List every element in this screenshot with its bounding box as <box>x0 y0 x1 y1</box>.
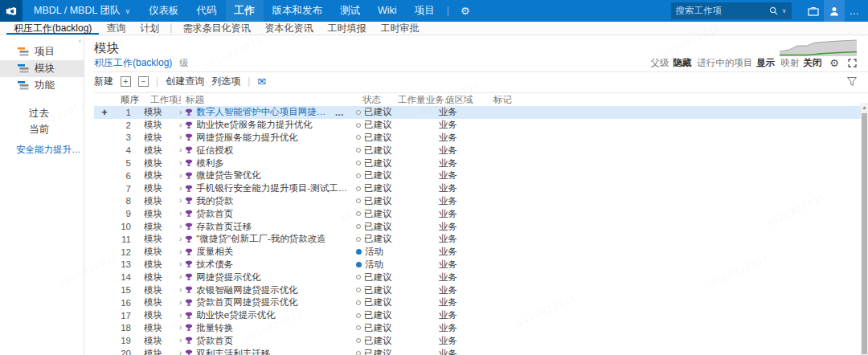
work-item-title-cell[interactable]: ›网捷贷服务能力提升优化 <box>174 132 350 144</box>
sidebar-level-项目[interactable]: 项目 <box>0 43 84 60</box>
work-item-title-link[interactable]: 数字人智能管护中心项目网捷贷服务端开发 <box>196 106 331 118</box>
work-item-title-cell[interactable]: ›数字人智能管护中心项目网捷贷服务端开发… <box>174 106 350 118</box>
sidebar-item-过去[interactable]: 过去 <box>0 105 84 121</box>
nav-item-工作[interactable]: 工作 <box>226 0 264 22</box>
scrollbar-thumb[interactable] <box>862 113 867 354</box>
work-item-title-link[interactable]: 双利丰活利丰迁移 <box>196 348 270 355</box>
row-expand-chevron-icon[interactable]: › <box>179 273 182 281</box>
table-row[interactable]: 13模块›技术债务活动业务 <box>94 259 868 271</box>
work-item-title-cell[interactable]: ›贷款首页网捷贷提示优化 <box>174 296 350 308</box>
row-expand-chevron-icon[interactable]: › <box>179 185 182 193</box>
table-row[interactable]: 3模块›网捷贷服务能力提升优化已建议业务 <box>94 132 868 145</box>
row-expand-chevron-icon[interactable]: › <box>179 108 182 116</box>
table-row[interactable]: +1模块›数字人智能管护中心项目网捷贷服务端开发…已建议业务 <box>94 106 868 119</box>
column-header-值区域[interactable]: 值区域 <box>443 94 488 106</box>
marketplace-briefcase-icon[interactable] <box>803 0 824 22</box>
column-header-标记[interactable]: 标记 <box>488 94 552 106</box>
table-row[interactable]: 18模块›批量转换已建议业务 <box>94 322 868 335</box>
work-item-title-cell[interactable]: ›技术债务 <box>174 259 350 271</box>
column-header-状态[interactable]: 状态 <box>356 94 398 106</box>
work-item-title-link[interactable]: 贷款首页 <box>196 208 233 220</box>
filter-icon[interactable] <box>847 77 857 86</box>
user-avatar[interactable] <box>824 0 845 22</box>
work-item-title-link[interactable]: 网捷贷提示优化 <box>196 271 261 284</box>
column-header-顺序[interactable]: 顺序 <box>115 94 139 106</box>
tab-工时审批[interactable]: 工时审批 <box>373 22 426 35</box>
table-row[interactable]: 5模块›模利多已建议业务 <box>94 157 868 169</box>
row-expand-chevron-icon[interactable]: › <box>179 337 182 345</box>
search-scope-chevron-icon[interactable]: ∨ <box>782 7 787 14</box>
search-input[interactable]: 搜索工作项 ∨ <box>671 2 792 19</box>
work-item-title-cell[interactable]: ›农银智融网捷贷提示优化 <box>174 284 350 296</box>
work-item-title-link[interactable]: 助业快e贷提示优化 <box>196 309 275 321</box>
expand-all-icon[interactable]: + <box>121 76 131 87</box>
tab-资本化资讯[interactable]: 资本化资讯 <box>257 22 320 35</box>
row-expand-chevron-icon[interactable]: › <box>179 121 182 129</box>
vertical-scrollbar[interactable]: ▲ <box>861 103 868 355</box>
fullscreen-icon[interactable] <box>848 59 857 67</box>
work-item-title-cell[interactable]: ›我的贷款 <box>174 195 350 207</box>
table-row[interactable]: 12模块›度量相关活动业务 <box>94 246 868 259</box>
work-item-title-link[interactable]: 农银智融网捷贷提示优化 <box>196 284 298 296</box>
work-item-title-link[interactable]: 助业快e贷服务能力提升优化 <box>196 119 312 131</box>
breadcrumb-backlog-link[interactable]: 积压工作(backlog) <box>94 56 172 70</box>
view-control-toggle[interactable]: 关闭 <box>803 57 821 69</box>
work-item-title-cell[interactable]: ›双利丰活利丰迁移 <box>174 348 350 355</box>
tab-积压工作(backlog)[interactable]: 积压工作(backlog) <box>6 22 99 35</box>
sidebar-iteration-link[interactable]: 安全能力提升项目迭代... <box>0 144 83 156</box>
row-expand-chevron-icon[interactable]: › <box>179 172 182 180</box>
row-expand-chevron-icon[interactable]: › <box>179 349 182 355</box>
table-row[interactable]: 4模块›征信授权已建议业务 <box>94 144 868 157</box>
row-context-menu-icon[interactable]: … <box>335 108 350 117</box>
work-item-title-link[interactable]: 度量相关 <box>196 246 233 258</box>
work-item-title-link[interactable]: 存款首页迁移 <box>196 221 252 233</box>
work-item-title-cell[interactable]: ›微捷贷告警优化 <box>174 169 350 182</box>
email-icon[interactable]: ✉ <box>257 75 266 88</box>
work-item-title-cell[interactable]: ›助业快e贷提示优化 <box>174 309 350 321</box>
work-item-title-link[interactable]: 批量转换 <box>196 322 233 334</box>
more-options-icon[interactable]: … <box>845 6 868 17</box>
work-item-title-link[interactable]: 网捷贷服务能力提升优化 <box>196 132 298 144</box>
row-expand-chevron-icon[interactable]: › <box>179 133 182 141</box>
work-item-title-link[interactable]: 贷款首页 <box>196 335 233 347</box>
work-item-title-link[interactable]: 模利多 <box>196 157 224 169</box>
table-row[interactable]: 7模块›手机银行安全能力提升项目-测试工作模块已建议业务 <box>94 182 868 195</box>
column-header-工作量[interactable]: 工作量 <box>398 94 422 106</box>
nav-item-版本和发布[interactable]: 版本和发布 <box>264 0 332 22</box>
sidebar-item-当前[interactable]: 当前 <box>0 121 84 137</box>
row-expand-chevron-icon[interactable]: › <box>179 299 182 307</box>
add-item-icon[interactable]: + <box>94 107 115 118</box>
table-row[interactable]: 15模块›农银智融网捷贷提示优化已建议业务 <box>94 284 868 296</box>
table-row[interactable]: 19模块›贷款首页已建议业务 <box>94 334 868 347</box>
scroll-up-icon[interactable]: ▲ <box>861 103 868 112</box>
table-row[interactable]: 2模块›助业快e贷服务能力提升优化已建议业务 <box>94 119 868 132</box>
velocity-sparkline-chart[interactable] <box>780 38 857 56</box>
work-item-title-link[interactable]: 征信授权 <box>196 145 233 157</box>
work-item-title-cell[interactable]: ›存款首页迁移 <box>174 221 350 233</box>
project-selector[interactable]: MBDL / MBDL 团队 ∨ <box>23 0 140 22</box>
sidebar-collapse-icon[interactable]: ‹ <box>79 37 81 45</box>
view-control-toggle[interactable]: 隐藏 <box>673 57 691 69</box>
work-item-title-link[interactable]: 技术债务 <box>196 259 233 271</box>
create-query-button[interactable]: 创建查询 <box>166 75 204 88</box>
admin-gear-icon[interactable]: ⚙ <box>452 0 478 22</box>
collapse-all-icon[interactable]: − <box>138 76 149 87</box>
row-expand-chevron-icon[interactable]: › <box>179 286 182 294</box>
column-header-标题[interactable]: 标题 <box>181 94 356 106</box>
nav-item-仪表板[interactable]: 仪表板 <box>140 0 188 22</box>
work-item-title-cell[interactable]: ›批量转换 <box>174 322 350 334</box>
table-row[interactable]: 8模块›我的贷款已建议业务 <box>94 195 868 208</box>
work-item-title-link[interactable]: "微捷贷"创新工厂-我的贷款改造 <box>196 233 326 245</box>
nav-item-测试[interactable]: 测试 <box>331 0 369 22</box>
row-expand-chevron-icon[interactable]: › <box>179 235 182 243</box>
table-row[interactable]: 17模块›助业快e贷提示优化已建议业务 <box>94 309 868 322</box>
work-item-title-cell[interactable]: ›度量相关 <box>174 246 350 258</box>
tab-工时填报[interactable]: 工时填报 <box>320 22 373 35</box>
table-row[interactable]: 14模块›网捷贷提示优化已建议业务 <box>94 271 868 284</box>
table-row[interactable]: 9模块›贷款首页已建议业务 <box>94 207 868 220</box>
row-expand-chevron-icon[interactable]: › <box>179 222 182 231</box>
settings-gear-icon[interactable]: ⚙ <box>829 57 839 69</box>
tab-查询[interactable]: 查询 <box>99 22 133 35</box>
column-header-业务..[interactable]: 业务.. <box>422 94 443 106</box>
work-item-title-link[interactable]: 我的贷款 <box>196 195 233 207</box>
